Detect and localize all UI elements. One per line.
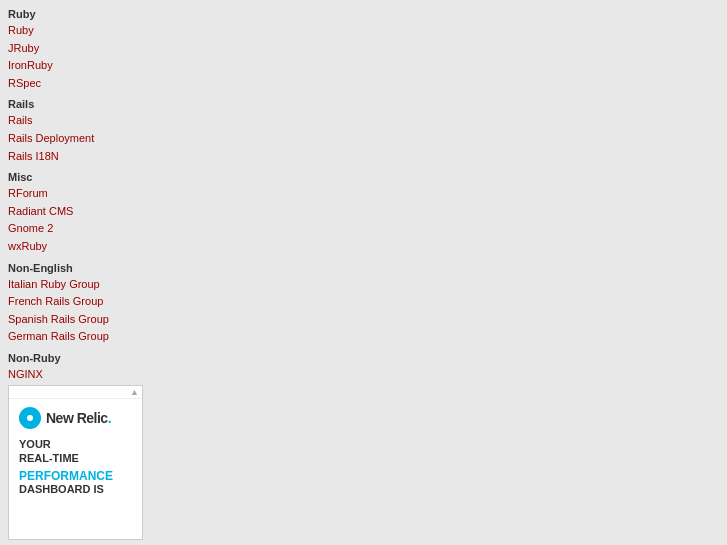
ad-logo-name: New Relic (46, 410, 108, 426)
ad-content: New Relic. YOUR REAL-TIME PERFORMANCE DA… (9, 399, 142, 503)
ad-logo-text: New Relic. (46, 410, 111, 426)
nav-link-rails-deployment[interactable]: Rails Deployment (8, 130, 152, 148)
ad-tagline-line1: YOUR (19, 437, 132, 451)
section-heading-ruby: Ruby (8, 8, 152, 20)
nav-link-jruby[interactable]: JRuby (8, 40, 152, 58)
nav-link-italian-ruby-group[interactable]: Italian Ruby Group (8, 276, 152, 294)
ad-logo-row: New Relic. (19, 407, 132, 429)
nav-link-nginx[interactable]: NGINX (8, 366, 152, 384)
ad-top-bar: ▲ (9, 386, 142, 399)
nav-link-rspec[interactable]: RSpec (8, 75, 152, 93)
nav-link-spanish-rails-group[interactable]: Spanish Rails Group (8, 311, 152, 329)
ad-dashboard-text: DASHBOARD IS (19, 483, 132, 495)
nav-link-rforum[interactable]: RForum (8, 185, 152, 203)
nav-link-ironruby[interactable]: IronRuby (8, 57, 152, 75)
nav-link-gnome2[interactable]: Gnome 2 (8, 220, 152, 238)
ad-performance-text: PERFORMANCE (19, 469, 132, 483)
ad-tagline-line2: REAL-TIME (19, 451, 132, 465)
new-relic-logo-icon (19, 407, 41, 429)
nav-link-wxruby[interactable]: wxRuby (8, 238, 152, 256)
nav-link-ruby[interactable]: Ruby (8, 22, 152, 40)
section-heading-non-english: Non-English (8, 262, 152, 274)
ad-logo-dot: . (108, 410, 111, 426)
nav-link-french-rails-group[interactable]: French Rails Group (8, 293, 152, 311)
ad-tagline: YOUR REAL-TIME (19, 437, 132, 466)
nav-link-german-rails-group[interactable]: German Rails Group (8, 328, 152, 346)
section-heading-non-ruby: Non-Ruby (8, 352, 152, 364)
advertisement-box: ▲ New Relic. YOUR REAL-TIME PERFORMANCE … (8, 385, 143, 540)
nav-link-rails-i18n[interactable]: Rails I18N (8, 148, 152, 166)
section-heading-misc: Misc (8, 171, 152, 183)
nav-link-rails[interactable]: Rails (8, 112, 152, 130)
nav-link-radiant-cms[interactable]: Radiant CMS (8, 203, 152, 221)
section-heading-rails: Rails (8, 98, 152, 110)
